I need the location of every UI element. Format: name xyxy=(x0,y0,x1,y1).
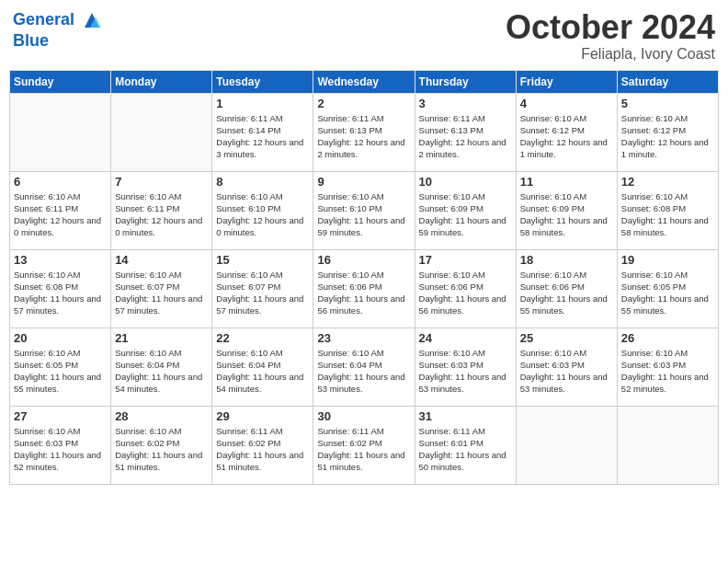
calendar-cell: 22Sunrise: 6:10 AM Sunset: 6:04 PM Dayli… xyxy=(212,327,313,406)
calendar-cell: 11Sunrise: 6:10 AM Sunset: 6:09 PM Dayli… xyxy=(516,171,617,249)
calendar-cell xyxy=(111,93,212,171)
calendar-cell xyxy=(516,406,617,484)
day-number: 20 xyxy=(14,331,107,345)
day-number: 19 xyxy=(621,253,714,267)
logo-icon xyxy=(81,9,103,31)
cell-info: Sunrise: 6:10 AM Sunset: 6:04 PM Dayligh… xyxy=(216,347,309,396)
calendar-cell: 29Sunrise: 6:11 AM Sunset: 6:02 PM Dayli… xyxy=(212,406,313,484)
day-number: 24 xyxy=(419,331,512,345)
day-number: 14 xyxy=(115,253,208,267)
cell-info: Sunrise: 6:10 AM Sunset: 6:08 PM Dayligh… xyxy=(621,190,714,239)
calendar-cell: 5Sunrise: 6:10 AM Sunset: 6:12 PM Daylig… xyxy=(617,93,718,171)
calendar-cell: 24Sunrise: 6:10 AM Sunset: 6:03 PM Dayli… xyxy=(415,327,516,406)
calendar-cell: 27Sunrise: 6:10 AM Sunset: 6:03 PM Dayli… xyxy=(10,406,111,484)
calendar-cell: 16Sunrise: 6:10 AM Sunset: 6:06 PM Dayli… xyxy=(313,249,415,327)
day-number: 4 xyxy=(520,97,613,110)
day-number: 12 xyxy=(621,175,714,189)
day-number: 30 xyxy=(317,409,410,423)
calendar-cell: 6Sunrise: 6:10 AM Sunset: 6:11 PM Daylig… xyxy=(10,171,111,249)
week-row-1: 1Sunrise: 6:11 AM Sunset: 6:14 PM Daylig… xyxy=(10,93,719,171)
cell-info: Sunrise: 6:11 AM Sunset: 6:02 PM Dayligh… xyxy=(317,425,410,474)
logo: General Blue xyxy=(13,9,103,51)
calendar-cell: 18Sunrise: 6:10 AM Sunset: 6:06 PM Dayli… xyxy=(516,249,617,327)
day-number: 9 xyxy=(317,175,410,189)
cell-info: Sunrise: 6:10 AM Sunset: 6:03 PM Dayligh… xyxy=(419,347,512,396)
weekday-header-sunday: Sunday xyxy=(10,70,111,93)
weekday-header-monday: Monday xyxy=(111,70,212,93)
cell-info: Sunrise: 6:10 AM Sunset: 6:06 PM Dayligh… xyxy=(520,269,613,317)
calendar-cell: 9Sunrise: 6:10 AM Sunset: 6:10 PM Daylig… xyxy=(313,171,415,249)
calendar-cell: 31Sunrise: 6:11 AM Sunset: 6:01 PM Dayli… xyxy=(415,406,516,484)
calendar-cell: 3Sunrise: 6:11 AM Sunset: 6:13 PM Daylig… xyxy=(415,93,516,171)
day-number: 5 xyxy=(621,97,714,110)
week-row-5: 27Sunrise: 6:10 AM Sunset: 6:03 PM Dayli… xyxy=(10,406,719,484)
cell-info: Sunrise: 6:11 AM Sunset: 6:13 PM Dayligh… xyxy=(419,112,512,161)
day-number: 1 xyxy=(216,97,309,110)
day-number: 18 xyxy=(520,253,613,267)
day-number: 25 xyxy=(520,331,613,345)
calendar-cell: 21Sunrise: 6:10 AM Sunset: 6:04 PM Dayli… xyxy=(111,327,212,406)
day-number: 23 xyxy=(317,331,410,345)
calendar-cell: 14Sunrise: 6:10 AM Sunset: 6:07 PM Dayli… xyxy=(111,249,212,327)
cell-info: Sunrise: 6:10 AM Sunset: 6:12 PM Dayligh… xyxy=(621,112,714,161)
weekday-header-friday: Friday xyxy=(516,70,617,93)
cell-info: Sunrise: 6:10 AM Sunset: 6:09 PM Dayligh… xyxy=(520,190,613,239)
weekday-header-thursday: Thursday xyxy=(415,70,516,93)
cell-info: Sunrise: 6:10 AM Sunset: 6:12 PM Dayligh… xyxy=(520,112,613,161)
day-number: 17 xyxy=(419,253,512,267)
cell-info: Sunrise: 6:11 AM Sunset: 6:02 PM Dayligh… xyxy=(216,425,309,474)
calendar-cell: 10Sunrise: 6:10 AM Sunset: 6:09 PM Dayli… xyxy=(415,171,516,249)
location: Feliapla, Ivory Coast xyxy=(506,46,715,63)
calendar-cell: 15Sunrise: 6:10 AM Sunset: 6:07 PM Dayli… xyxy=(212,249,313,327)
cell-info: Sunrise: 6:10 AM Sunset: 6:10 PM Dayligh… xyxy=(317,190,410,239)
cell-info: Sunrise: 6:10 AM Sunset: 6:03 PM Dayligh… xyxy=(520,347,613,396)
day-number: 21 xyxy=(115,331,208,345)
calendar-cell: 23Sunrise: 6:10 AM Sunset: 6:04 PM Dayli… xyxy=(313,327,415,406)
cell-info: Sunrise: 6:10 AM Sunset: 6:08 PM Dayligh… xyxy=(14,269,107,317)
week-row-3: 13Sunrise: 6:10 AM Sunset: 6:08 PM Dayli… xyxy=(10,249,719,327)
calendar-cell: 17Sunrise: 6:10 AM Sunset: 6:06 PM Dayli… xyxy=(415,249,516,327)
cell-info: Sunrise: 6:10 AM Sunset: 6:11 PM Dayligh… xyxy=(14,190,107,239)
day-number: 29 xyxy=(216,409,309,423)
logo-text: General xyxy=(13,9,103,31)
day-number: 7 xyxy=(115,175,208,189)
calendar-cell xyxy=(10,93,111,171)
cell-info: Sunrise: 6:11 AM Sunset: 6:13 PM Dayligh… xyxy=(317,112,410,161)
page-header: General Blue October 2024 Feliapla, Ivor… xyxy=(9,9,719,63)
cell-info: Sunrise: 6:10 AM Sunset: 6:06 PM Dayligh… xyxy=(317,269,410,317)
weekday-header-row: SundayMondayTuesdayWednesdayThursdayFrid… xyxy=(10,70,719,93)
calendar-cell: 4Sunrise: 6:10 AM Sunset: 6:12 PM Daylig… xyxy=(516,93,617,171)
calendar-cell: 7Sunrise: 6:10 AM Sunset: 6:11 PM Daylig… xyxy=(111,171,212,249)
cell-info: Sunrise: 6:10 AM Sunset: 6:07 PM Dayligh… xyxy=(216,269,309,317)
calendar-cell xyxy=(617,406,718,484)
cell-info: Sunrise: 6:10 AM Sunset: 6:03 PM Dayligh… xyxy=(14,425,107,474)
day-number: 26 xyxy=(621,331,714,345)
week-row-4: 20Sunrise: 6:10 AM Sunset: 6:05 PM Dayli… xyxy=(10,327,719,406)
calendar-cell: 26Sunrise: 6:10 AM Sunset: 6:03 PM Dayli… xyxy=(617,327,718,406)
day-number: 31 xyxy=(419,409,512,423)
day-number: 28 xyxy=(115,409,208,423)
calendar-cell: 12Sunrise: 6:10 AM Sunset: 6:08 PM Dayli… xyxy=(617,171,718,249)
cell-info: Sunrise: 6:11 AM Sunset: 6:01 PM Dayligh… xyxy=(419,425,512,474)
calendar-cell: 25Sunrise: 6:10 AM Sunset: 6:03 PM Dayli… xyxy=(516,327,617,406)
cell-info: Sunrise: 6:10 AM Sunset: 6:11 PM Dayligh… xyxy=(115,190,208,239)
day-number: 16 xyxy=(317,253,410,267)
day-number: 3 xyxy=(419,97,512,110)
cell-info: Sunrise: 6:10 AM Sunset: 6:03 PM Dayligh… xyxy=(621,347,714,396)
day-number: 6 xyxy=(14,175,107,189)
day-number: 10 xyxy=(419,175,512,189)
day-number: 27 xyxy=(14,409,107,423)
cell-info: Sunrise: 6:10 AM Sunset: 6:06 PM Dayligh… xyxy=(419,269,512,317)
cell-info: Sunrise: 6:10 AM Sunset: 6:02 PM Dayligh… xyxy=(115,425,208,474)
title-area: October 2024 Feliapla, Ivory Coast xyxy=(506,9,715,63)
weekday-header-saturday: Saturday xyxy=(617,70,718,93)
day-number: 8 xyxy=(216,175,309,189)
day-number: 2 xyxy=(317,97,410,110)
cell-info: Sunrise: 6:10 AM Sunset: 6:07 PM Dayligh… xyxy=(115,269,208,317)
calendar-cell: 1Sunrise: 6:11 AM Sunset: 6:14 PM Daylig… xyxy=(212,93,313,171)
day-number: 13 xyxy=(14,253,107,267)
cell-info: Sunrise: 6:10 AM Sunset: 6:04 PM Dayligh… xyxy=(115,347,208,396)
cell-info: Sunrise: 6:10 AM Sunset: 6:09 PM Dayligh… xyxy=(419,190,512,239)
calendar-cell: 2Sunrise: 6:11 AM Sunset: 6:13 PM Daylig… xyxy=(313,93,415,171)
calendar-table: SundayMondayTuesdayWednesdayThursdayFrid… xyxy=(9,70,719,485)
